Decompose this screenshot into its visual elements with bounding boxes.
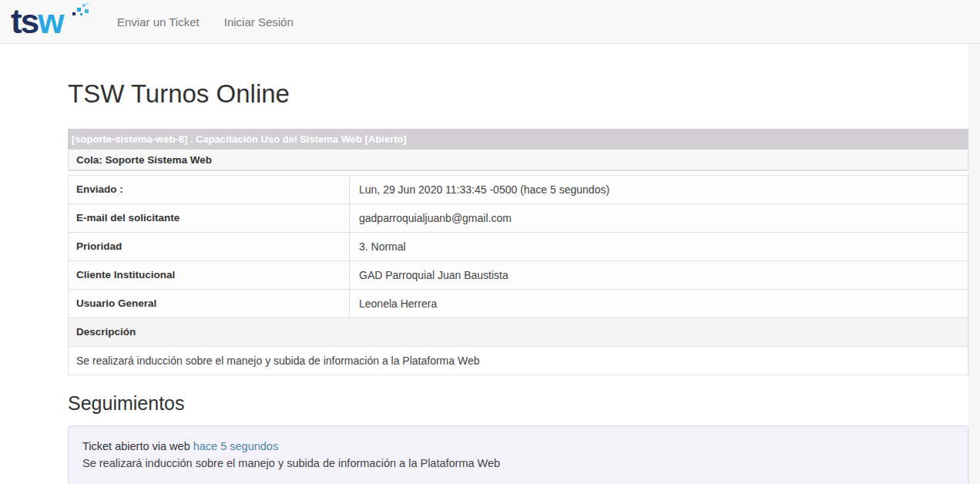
followup-entry: Ticket abierto via webhace 5 segundos Se… <box>68 425 968 484</box>
ticket-queue-row: Cola: Soporte Sistema Web <box>68 150 968 171</box>
ticket-fields-table: Enviado : Lun, 29 Jun 2020 11:33:45 -050… <box>68 175 968 375</box>
scrollbar-track[interactable] <box>968 0 980 484</box>
ticket-header-bar: [soporte-sistema-web-8] . Capacitación U… <box>68 129 968 150</box>
field-label-email: E-mail del solicitante <box>69 203 350 232</box>
logo-dot-icon <box>80 13 82 15</box>
field-value-enviado: Lun, 29 Jun 2020 11:33:45 -0500 (hace 5 … <box>350 175 968 203</box>
table-row: Prioridad 3. Normal <box>69 232 968 260</box>
logo-dot-icon <box>82 4 86 7</box>
logo-dot-icon <box>77 8 81 12</box>
field-value-email: gadparroquialjuanb@gmail.com <box>350 203 968 232</box>
page-title: TSW Turnos Online <box>68 79 968 109</box>
navbar: tsw Enviar un Ticket Iniciar Sesión <box>0 0 980 44</box>
table-row: Cliente Institucional GAD Parroquial Jua… <box>69 260 968 289</box>
table-row: Usuario General Leonela Herrera <box>69 289 968 318</box>
description-section-header: Descripción <box>69 318 968 346</box>
field-value-prioridad: 3. Normal <box>350 232 968 260</box>
navbar-inner: tsw Enviar un Ticket Iniciar Sesión <box>0 0 980 43</box>
table-row: Descripción <box>69 318 968 346</box>
field-value-cliente: GAD Parroquial Juan Baustista <box>350 260 968 289</box>
field-label-prioridad: Prioridad <box>69 232 350 260</box>
logo-text-w: w <box>38 2 62 40</box>
logo-dot-icon <box>72 12 76 15</box>
table-row: Enviado : Lun, 29 Jun 2020 11:33:45 -050… <box>69 175 968 203</box>
followups-title: Seguimientos <box>68 392 968 415</box>
nav-items: Enviar un Ticket Iniciar Sesión <box>105 0 306 43</box>
followup-body-text: Se realizará inducción sobre el manejo y… <box>82 455 954 472</box>
logo-dot-icon <box>85 9 89 13</box>
nav-item-iniciar-sesion[interactable]: Iniciar Sesión <box>212 0 306 43</box>
tsw-logo[interactable]: tsw <box>11 2 91 42</box>
main-content: TSW Turnos Online [soporte-sistema-web-8… <box>68 79 968 484</box>
field-label-cliente: Cliente Institucional <box>69 260 350 289</box>
field-label-usuario: Usuario General <box>69 289 350 318</box>
logo-text-ts: ts <box>11 2 38 40</box>
followup-event-text: Ticket abierto via web <box>82 440 190 452</box>
field-label-enviado: Enviado : <box>69 175 350 203</box>
table-row: Se realizará inducción sobre el manejo y… <box>69 346 968 375</box>
followup-time-link[interactable]: hace 5 segundos <box>193 440 278 452</box>
logo-dot-icon <box>86 2 89 5</box>
table-row: E-mail del solicitante gadparroquialjuan… <box>69 203 968 232</box>
nav-item-enviar-ticket[interactable]: Enviar un Ticket <box>105 0 212 43</box>
field-value-usuario: Leonela Herrera <box>350 289 968 318</box>
followup-event-line: Ticket abierto via webhace 5 segundos <box>82 439 954 455</box>
description-text: Se realizará inducción sobre el manejo y… <box>69 346 968 375</box>
